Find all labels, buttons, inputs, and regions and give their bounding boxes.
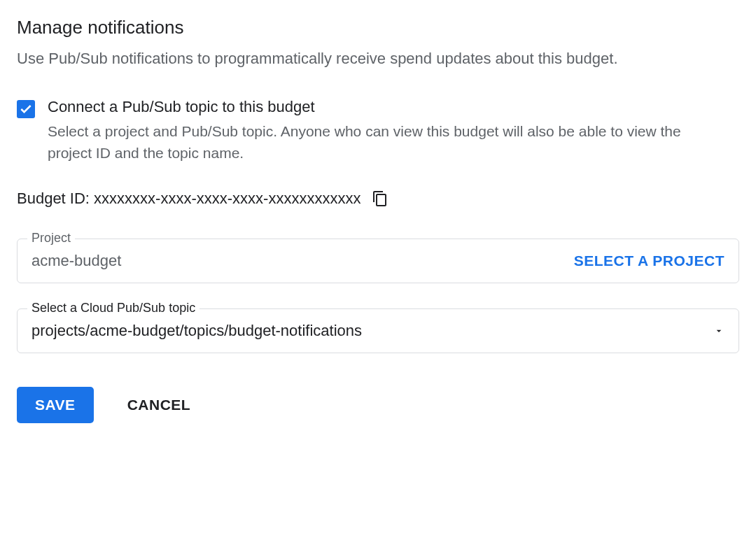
project-field-value: acme-budget xyxy=(31,252,121,270)
check-icon xyxy=(19,102,33,116)
project-field: Project acme-budget SELECT A PROJECT xyxy=(17,239,739,283)
project-field-label: Project xyxy=(27,231,75,246)
topic-field-value: projects/acme-budget/topics/budget-notif… xyxy=(31,322,362,340)
topic-field-label: Select a Cloud Pub/Sub topic xyxy=(27,301,200,315)
budget-id-value: xxxxxxxx-xxxx-xxxx-xxxx-xxxxxxxxxxxx xyxy=(94,190,360,207)
cancel-button[interactable]: CANCEL xyxy=(127,397,191,413)
save-button[interactable]: SAVE xyxy=(17,387,94,423)
button-row: SAVE CANCEL xyxy=(17,387,739,423)
checkbox-description: Select a project and Pub/Sub topic. Anyo… xyxy=(48,120,720,164)
copy-icon[interactable] xyxy=(372,190,388,207)
chevron-down-icon xyxy=(713,325,724,336)
topic-field[interactable]: Select a Cloud Pub/Sub topic projects/ac… xyxy=(17,308,739,353)
budget-id-label: Budget ID: xxxxxxxx-xxxx-xxxx-xxxx-xxxxx… xyxy=(17,190,360,208)
connect-pubsub-checkbox[interactable] xyxy=(17,100,35,118)
page-description: Use Pub/Sub notifications to programmati… xyxy=(17,48,739,70)
checkbox-row: Connect a Pub/Sub topic to this budget S… xyxy=(17,98,739,164)
checkbox-content: Connect a Pub/Sub topic to this budget S… xyxy=(48,98,739,164)
page-title: Manage notifications xyxy=(17,17,739,38)
select-project-button[interactable]: SELECT A PROJECT xyxy=(574,253,724,269)
budget-id-row: Budget ID: xxxxxxxx-xxxx-xxxx-xxxx-xxxxx… xyxy=(17,190,739,208)
checkbox-label: Connect a Pub/Sub topic to this budget xyxy=(48,98,739,116)
